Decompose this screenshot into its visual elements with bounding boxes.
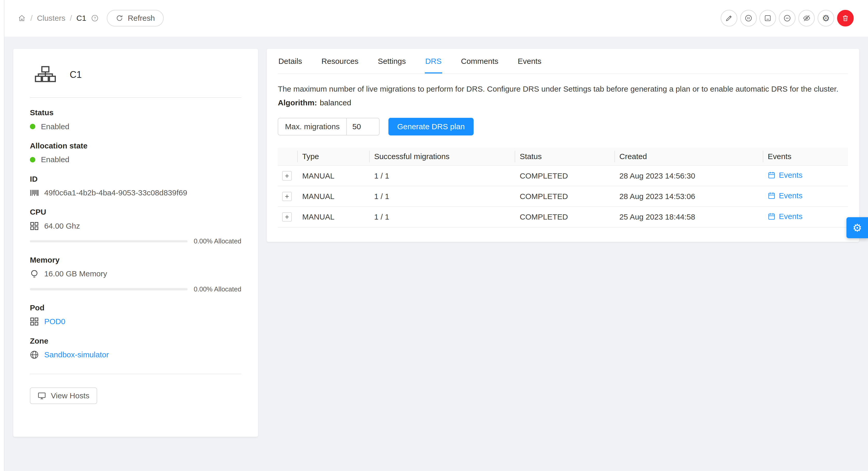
edit-button[interactable]: [721, 10, 737, 27]
pod-label: Pod: [30, 303, 241, 312]
events-link-label: Events: [779, 191, 803, 200]
table-row: + MANUAL 1 / 1 COMPLETED 28 Aug 2023 14:…: [278, 166, 848, 186]
zone-link[interactable]: Sandbox-simulator: [44, 350, 109, 359]
allocation-state-field: Allocation state Enabled: [30, 141, 241, 164]
breadcrumb-separator: /: [30, 14, 32, 23]
pause-circle-icon: [744, 14, 753, 22]
expand-row-button[interactable]: +: [282, 171, 291, 180]
column-header-created: Created: [615, 148, 763, 166]
row-events-link[interactable]: Events: [768, 191, 803, 200]
column-header-status: Status: [515, 148, 615, 166]
gear-icon: ⚙: [822, 14, 830, 23]
app-viewport: / Clusters / C1 ? Refresh: [0, 0, 868, 471]
row-events-link[interactable]: Events: [768, 171, 803, 179]
tab-settings[interactable]: Settings: [377, 49, 406, 74]
cell-migrations: 1 / 1: [370, 207, 515, 227]
cluster-detail-card: Details Resources Settings DRS Comments …: [267, 49, 859, 242]
cell-status: COMPLETED: [515, 186, 615, 207]
calendar-icon: [768, 212, 776, 220]
expand-row-button[interactable]: +: [282, 212, 291, 222]
calendar-icon: [768, 171, 776, 179]
cell-type: MANUAL: [298, 207, 370, 227]
delete-cluster-button[interactable]: [837, 10, 854, 27]
expand-row-button[interactable]: +: [282, 192, 291, 201]
cpu-grid-icon: [30, 222, 39, 230]
max-migrations-label: Max. migrations: [278, 118, 347, 135]
floating-settings-button[interactable]: ⚙: [846, 217, 868, 238]
drs-controls: Max. migrations Generate DRS plan: [278, 118, 848, 135]
configure-settings-button[interactable]: ⚙: [817, 10, 834, 27]
zone-field: Zone Sandbox-simulator: [30, 337, 241, 359]
cell-migrations: 1 / 1: [370, 166, 515, 186]
algorithm-value: balanced: [320, 98, 351, 107]
pod-grid-icon: [30, 317, 39, 326]
cpu-value: 64.00 Ghz: [44, 222, 80, 230]
globe-icon: [30, 350, 39, 359]
algorithm-label: Algorithm:: [278, 98, 317, 107]
tab-resources[interactable]: Resources: [321, 49, 359, 74]
barcode-icon: [30, 189, 39, 197]
cell-created: 28 Aug 2023 14:56:30: [615, 166, 763, 186]
divider: [30, 97, 241, 98]
divider: [30, 374, 241, 374]
id-field: ID 49f0c6a1-4b2b-4ba4-9053-33c08d839f69: [30, 175, 241, 197]
edit-icon: [725, 14, 733, 22]
desktop-icon: [38, 392, 46, 400]
breadcrumb-clusters[interactable]: Clusters: [37, 14, 65, 23]
content-area: C1 Status Enabled Allocation state Enabl…: [4, 37, 868, 471]
tab-details[interactable]: Details: [278, 49, 302, 74]
memory-allocated-text: 0.00% Allocated: [194, 285, 241, 293]
cell-type: MANUAL: [298, 186, 370, 207]
generate-drs-plan-button[interactable]: Generate DRS plan: [389, 118, 474, 135]
max-migrations-input[interactable]: [347, 118, 379, 135]
cpu-field: CPU 64.00 Ghz 0.00% Allocated: [30, 208, 241, 245]
table-row: + MANUAL 1 / 1 COMPLETED 28 Aug 2023 14:…: [278, 186, 848, 207]
home-icon[interactable]: [18, 14, 26, 22]
drs-algorithm-line: Algorithm:balanced: [278, 98, 848, 107]
cell-created: 25 Aug 2023 18:44:58: [615, 207, 763, 227]
cpu-label: CPU: [30, 208, 241, 216]
status-value: Enabled: [41, 122, 69, 131]
refresh-button[interactable]: Refresh: [107, 10, 164, 27]
pod-field: Pod POD0: [30, 303, 241, 326]
page: / Clusters / C1 ? Refresh: [4, 0, 868, 471]
column-header-type: Type: [298, 148, 370, 166]
refresh-icon: [116, 14, 123, 22]
status-field: Status Enabled: [30, 108, 241, 131]
top-header-bar: / Clusters / C1 ? Refresh: [4, 0, 868, 37]
cpu-progress-bar: [30, 240, 188, 243]
drs-plans-table: Type Successful migrations Status Create…: [278, 148, 848, 228]
view-hosts-label: View Hosts: [51, 391, 90, 400]
tab-drs[interactable]: DRS: [425, 49, 442, 74]
view-hosts-button[interactable]: View Hosts: [30, 388, 97, 404]
breadcrumb-separator: /: [70, 14, 72, 23]
pause-cluster-button[interactable]: [740, 10, 757, 27]
unmanage-cluster-button[interactable]: [798, 10, 815, 27]
column-header-events: Events: [763, 148, 848, 166]
drs-description: The maximum number of live migrations to…: [278, 83, 848, 95]
pod-link[interactable]: POD0: [44, 317, 65, 326]
bulb-icon: [30, 269, 39, 278]
breadcrumb: / Clusters / C1 ?: [18, 14, 99, 23]
cell-type: MANUAL: [298, 166, 370, 186]
manage-icon: [764, 14, 772, 22]
events-link-label: Events: [779, 212, 803, 221]
cluster-title: C1: [70, 69, 82, 80]
cell-migrations: 1 / 1: [370, 186, 515, 207]
tab-events[interactable]: Events: [517, 49, 542, 74]
manage-cluster-button[interactable]: [760, 10, 776, 27]
cluster-info-card: C1 Status Enabled Allocation state Enabl…: [13, 49, 258, 437]
disable-cluster-button[interactable]: [779, 10, 796, 27]
left-sidebar-strip: [0, 0, 4, 471]
refresh-button-label: Refresh: [128, 14, 155, 23]
svg-text:?: ?: [94, 16, 96, 20]
tab-bar: Details Resources Settings DRS Comments …: [278, 49, 848, 74]
status-dot-icon: [30, 124, 35, 129]
breadcrumb-current: C1: [76, 14, 86, 23]
tab-comments[interactable]: Comments: [460, 49, 499, 74]
row-events-link[interactable]: Events: [768, 212, 803, 221]
allocation-state-label: Allocation state: [30, 141, 241, 150]
help-circle-icon[interactable]: ?: [91, 14, 99, 22]
status-label: Status: [30, 108, 241, 117]
events-link-label: Events: [779, 171, 803, 179]
